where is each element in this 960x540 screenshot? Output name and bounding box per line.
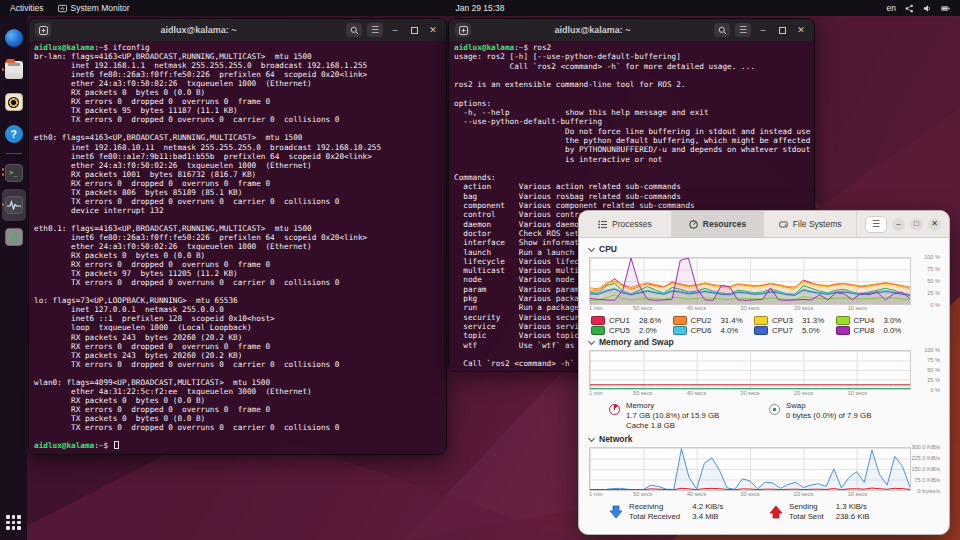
- terminal-titlebar[interactable]: aidlux@kalama: ~ ☰ – ✕: [449, 19, 814, 41]
- terminal-line: component Various component related sub-…: [454, 201, 809, 210]
- system-tray[interactable]: en: [505, 3, 960, 13]
- terminal-line: RX packets 243 bytes 20260 (20.2 KB): [34, 333, 441, 342]
- close-button[interactable]: ✕: [794, 23, 808, 37]
- cpu-color-chip: [673, 326, 687, 335]
- maximize-button[interactable]: [775, 23, 789, 37]
- cpu-legend-item[interactable]: CPU331.3%: [754, 316, 830, 325]
- close-button[interactable]: ✕: [426, 23, 440, 37]
- terminal-line: TX errors 0 dropped 0 overruns 0 carrier…: [34, 197, 441, 206]
- menu-button[interactable]: ☰: [735, 23, 751, 37]
- terminal-line: inet6 fe80::26a3:f0ff:fe50:226 prefixlen…: [34, 70, 441, 79]
- terminal-line: bag Various rosbag related sub-commands: [454, 192, 809, 201]
- terminal-line: loop txqueuelen 1000 (Local Loopback): [34, 323, 441, 332]
- cpu-legend-item[interactable]: CPU80.0%: [836, 326, 912, 335]
- receiving-arrow-icon: [609, 505, 623, 519]
- app-menu-button[interactable]: System Monitor: [58, 3, 130, 13]
- clock[interactable]: Jan 29 15:38: [455, 3, 504, 13]
- chevron-down-icon: [588, 434, 595, 441]
- dock-item-help[interactable]: ?: [2, 118, 26, 150]
- dock-item-files[interactable]: [2, 54, 26, 86]
- tab-processes[interactable]: Processes: [579, 211, 672, 237]
- show-applications-button[interactable]: [0, 509, 27, 536]
- terminal-line: eth0.1: flags=4163<UP,BROADCAST,RUNNING,…: [34, 224, 441, 233]
- files-icon: [5, 61, 23, 79]
- thunderbird-icon: [5, 29, 23, 47]
- dock-item-thunderbird[interactable]: [2, 22, 26, 54]
- dock-item-system-monitor[interactable]: [2, 189, 26, 221]
- cpu-color-chip: [591, 326, 605, 335]
- terminal-line: RX errors 0 dropped 0 overruns 0 frame 0: [34, 342, 441, 351]
- cpu-legend-item[interactable]: CPU43.0%: [836, 316, 912, 325]
- sending-arrow-icon: [769, 505, 783, 519]
- dock: ? >_ ♻: [0, 16, 27, 540]
- window-title: aidlux@kalama: ~: [476, 25, 709, 35]
- cpu-legend-item[interactable]: CPU52.0%: [591, 326, 667, 335]
- network-section-header[interactable]: Network: [589, 434, 941, 444]
- chevron-down-icon: [588, 244, 595, 251]
- terminal-line: wlan0: flags=4099<UP,BROADCAST,MULTICAST…: [34, 378, 441, 387]
- terminal-line: is interactive or not: [454, 155, 809, 164]
- cpu-legend-item[interactable]: CPU64.0%: [673, 326, 749, 335]
- new-tab-button[interactable]: [455, 23, 471, 37]
- menu-button[interactable]: ☰: [367, 23, 383, 37]
- dock-item-terminal[interactable]: >_: [2, 157, 26, 189]
- terminal-line: RX errors 0 dropped 0 overruns 0 frame 0: [34, 405, 441, 414]
- terminal-line: options:: [454, 99, 809, 108]
- terminal-line: ros2 is an extensible command-line tool …: [454, 80, 809, 89]
- terminal-line: [454, 164, 809, 173]
- maximize-button[interactable]: □: [910, 218, 923, 231]
- terminal-line: ether 24:a3:f0:50:02:26 txqueuelen 1000 …: [34, 161, 441, 170]
- memory-chart: [589, 350, 911, 390]
- language-indicator[interactable]: en: [887, 3, 896, 13]
- minimize-button[interactable]: –: [756, 23, 770, 37]
- minimize-button[interactable]: –: [388, 23, 402, 37]
- search-button[interactable]: [714, 23, 730, 37]
- terminal-output[interactable]: aidlux@kalama:~$ ifconfigbr-lan: flags=4…: [29, 41, 446, 454]
- cpu-legend-item[interactable]: CPU231.4%: [673, 316, 749, 325]
- new-tab-button[interactable]: [35, 23, 51, 37]
- cpu-section-header[interactable]: CPU: [589, 244, 941, 254]
- cpu-legend-item[interactable]: CPU128.6%: [591, 316, 667, 325]
- terminal-line: the python default buffering, which migh…: [454, 136, 809, 145]
- terminal-titlebar[interactable]: aidlux@kalama: ~ ☰ – ✕: [29, 19, 446, 41]
- terminal-line: TX packets 97 bytes 11205 (11.2 KB): [34, 269, 441, 278]
- maximize-button[interactable]: [407, 23, 421, 37]
- terminal-line: aidlux@kalama:~$: [34, 441, 441, 450]
- dock-item-rhythmbox[interactable]: [2, 86, 26, 118]
- terminal-line: ether 4a:31:22:5c:f2:ee txqueuelen 3000 …: [34, 387, 441, 396]
- minimize-button[interactable]: –: [892, 218, 905, 231]
- memory-pie-icon: [609, 404, 620, 415]
- terminal-line: TX packets 806 bytes 85189 (85.1 KB): [34, 188, 441, 197]
- dock-item-trash[interactable]: ♻: [2, 221, 26, 253]
- cpu-color-chip: [754, 316, 768, 325]
- primary-menu-button[interactable]: ☰: [865, 216, 887, 233]
- processes-icon: [598, 220, 607, 229]
- search-button[interactable]: [346, 23, 362, 37]
- tab-file-systems[interactable]: File Systems: [764, 211, 857, 237]
- terminal-line: TX errors 0 dropped 0 overruns 0 carrier…: [34, 360, 441, 369]
- terminal-line: [454, 71, 809, 80]
- cpu-legend-item[interactable]: CPU75.0%: [754, 326, 830, 335]
- receiving-stats: Receiving4.2 KiB/s Total Received3.4 MiB: [591, 502, 751, 522]
- network-time-axis: 1 min50 secs40 secs30 secs20 secs10 secs: [589, 491, 911, 499]
- terminal-line: Call `ros2 <command> -h` for more detail…: [454, 62, 809, 71]
- terminal-line: device interrupt 132: [34, 206, 441, 215]
- volume-icon[interactable]: [923, 4, 932, 13]
- network-icon[interactable]: [905, 4, 914, 13]
- tab-resources[interactable]: Resources: [672, 211, 765, 237]
- battery-icon[interactable]: [941, 4, 950, 13]
- swap-stats: Swap 0 bytes (0.0%) of 7.9 GB: [751, 401, 911, 431]
- terminal-line: Do not force line buffering in stdout an…: [454, 127, 809, 136]
- terminal-line: RX packets 0 bytes 0 (0.0 B): [34, 251, 441, 260]
- terminal-line: Commands:: [454, 173, 809, 182]
- activities-button[interactable]: Activities: [10, 3, 44, 13]
- terminal-line: inet 127.0.0.1 netmask 255.0.0.0: [34, 305, 441, 314]
- memory-section-header[interactable]: Memory and Swap: [589, 337, 941, 347]
- file-systems-icon: [779, 220, 788, 229]
- terminal-line: [34, 215, 441, 224]
- dock-separator: [6, 153, 22, 154]
- close-button[interactable]: ✕: [928, 218, 941, 231]
- terminal-line: RX packets 0 bytes 0 (0.0 B): [34, 396, 441, 405]
- terminal-line: RX packets 0 bytes 0 (0.0 B): [34, 88, 441, 97]
- terminal-line: aidlux@kalama:~$ ifconfig: [34, 43, 441, 52]
